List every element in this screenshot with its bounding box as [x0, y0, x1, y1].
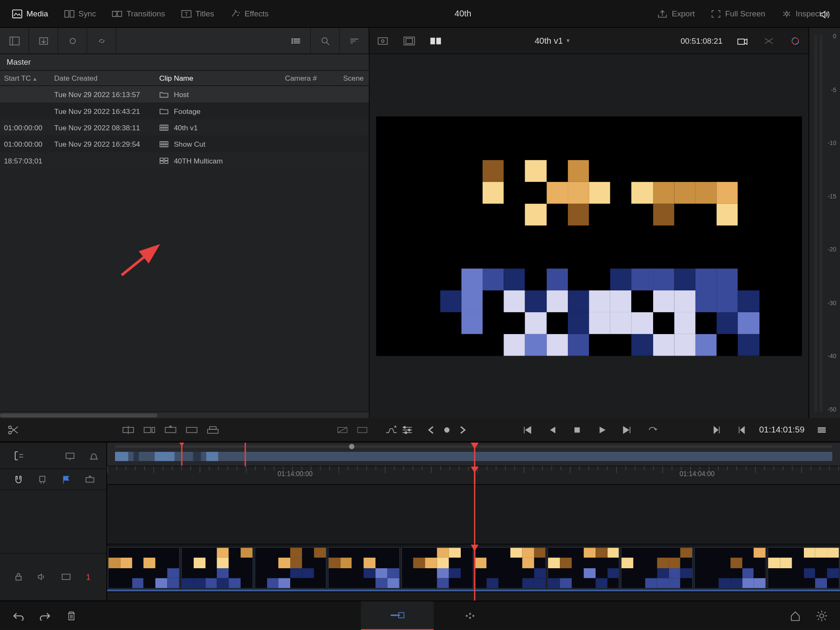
smart-insert-icon: [122, 425, 135, 434]
ripple-overwrite-button[interactable]: [163, 422, 178, 438]
page-edit[interactable]: [433, 601, 506, 630]
col-clip-name[interactable]: Clip Name: [155, 74, 281, 82]
viewer-clip-name[interactable]: 40th v1 ▼: [535, 36, 571, 46]
video-only-button[interactable]: [62, 448, 78, 464]
timeline-menu-button[interactable]: [814, 422, 830, 438]
sync-circle-icon: [67, 36, 78, 45]
settings-button[interactable]: [814, 608, 830, 624]
viewer-canvas[interactable]: [370, 54, 808, 418]
video-track-button[interactable]: [58, 569, 74, 585]
tab-media[interactable]: Media: [5, 5, 55, 22]
cut-button[interactable]: [354, 422, 370, 438]
media-row[interactable]: 01:00:00:00 Tue Nov 29 2022 16:29:54 Sho…: [0, 136, 369, 152]
timeline: 1: [0, 442, 840, 601]
blade-tool[interactable]: [5, 422, 21, 438]
page-cut[interactable]: [361, 601, 433, 630]
record-timecode[interactable]: 01:14:01:59: [759, 425, 804, 435]
video-track-area[interactable]: [107, 485, 840, 545]
viewer-mode-icon: [430, 36, 441, 45]
home-button[interactable]: [788, 608, 803, 624]
closeup-icon: [185, 425, 198, 434]
flag-icon: [61, 474, 71, 484]
tab-transitions[interactable]: Transitions: [105, 5, 172, 22]
search-button[interactable]: [311, 27, 340, 54]
trim-mode-button[interactable]: [10, 448, 26, 464]
snap-button[interactable]: [10, 471, 26, 487]
next-edit-button[interactable]: [709, 422, 725, 438]
svg-line-19: [326, 42, 329, 45]
audio-track-button[interactable]: [34, 569, 50, 585]
media-row[interactable]: Tue Nov 29 2022 16:43:21 Footage: [0, 103, 369, 119]
tab-titles[interactable]: T Titles: [174, 5, 221, 22]
step-back-icon: [548, 425, 557, 434]
prev-edit-button[interactable]: [734, 422, 750, 438]
append-button[interactable]: [142, 422, 158, 438]
col-date-created[interactable]: Date Created: [50, 74, 155, 82]
media-row[interactable]: 01:00:00:00 Tue Nov 29 2022 08:38:11 40t…: [0, 119, 369, 135]
sidebar-toggle-button[interactable]: [0, 27, 29, 54]
timeline-options-button[interactable]: [399, 422, 415, 438]
color-button[interactable]: [782, 27, 808, 54]
mute-button[interactable]: [809, 1, 840, 28]
timeline-main[interactable]: 01:14:00:00 01:14:04:00: [107, 443, 840, 601]
bin-path[interactable]: Master: [0, 54, 369, 70]
timeline-icon: [159, 140, 168, 147]
export-button[interactable]: Export: [651, 5, 701, 22]
loop-icon: [647, 425, 659, 434]
smart-insert-button[interactable]: [120, 422, 136, 438]
sync-button[interactable]: [58, 27, 87, 54]
horizontal-scrollbar[interactable]: [0, 411, 369, 418]
step-back-button[interactable]: [544, 422, 560, 438]
audio-only-button[interactable]: [86, 448, 102, 464]
source-timecode[interactable]: 00:51:08:21: [656, 36, 729, 45]
go-start-button[interactable]: [519, 422, 535, 438]
redo-button[interactable]: [37, 608, 53, 624]
track-header[interactable]: 1: [0, 553, 106, 601]
search-icon: [320, 36, 330, 45]
svg-point-16: [291, 40, 292, 41]
play-button[interactable]: [594, 422, 610, 438]
col-camera[interactable]: Camera #: [281, 74, 339, 82]
boring-detector-button[interactable]: [383, 422, 399, 438]
svg-rect-51: [144, 427, 151, 432]
add-track-button[interactable]: [82, 471, 98, 487]
col-scene[interactable]: Scene: [339, 74, 369, 82]
marker-button[interactable]: [34, 471, 50, 487]
sort-button[interactable]: [340, 27, 369, 54]
media-row[interactable]: Tue Nov 29 2022 16:13:57 Host: [0, 86, 369, 103]
undo-icon: [13, 611, 24, 620]
dissolve-button[interactable]: [334, 422, 350, 438]
loop-button[interactable]: [645, 422, 661, 438]
add-marker-button[interactable]: [439, 422, 455, 438]
go-end-button[interactable]: [620, 422, 635, 438]
titles-icon: T: [181, 9, 192, 18]
clip-track[interactable]: [107, 544, 840, 592]
stop-button[interactable]: [569, 422, 585, 438]
next-marker-button[interactable]: [455, 422, 471, 438]
tab-sync[interactable]: Sync: [57, 5, 102, 22]
timeline-ruler[interactable]: 01:14:00:00 01:14:04:00: [107, 467, 840, 485]
svg-point-64: [408, 428, 410, 431]
delete-button[interactable]: [63, 608, 79, 624]
undo-button[interactable]: [10, 608, 26, 624]
close-up-button[interactable]: [184, 422, 200, 438]
col-start-tc[interactable]: Start TC▲: [0, 74, 50, 82]
viewer-mode-button[interactable]: [423, 27, 449, 54]
import-media-button[interactable]: [29, 27, 58, 54]
svg-rect-55: [207, 429, 218, 433]
guides-button[interactable]: [370, 27, 396, 54]
camera-button[interactable]: [729, 27, 756, 54]
list-view-button[interactable]: [282, 27, 311, 54]
prev-marker-button[interactable]: [423, 422, 439, 438]
media-row[interactable]: 18:57:03;01 40TH Multicam: [0, 152, 369, 169]
place-on-top-button[interactable]: [205, 422, 221, 438]
lock-track-button[interactable]: [10, 569, 26, 585]
tab-label: Titles: [195, 9, 214, 18]
flag-button[interactable]: [58, 471, 74, 487]
relink-button[interactable]: [87, 27, 116, 54]
tools-button[interactable]: [756, 27, 782, 54]
tab-effects[interactable]: Effects: [223, 5, 276, 22]
fullscreen-button[interactable]: Full Screen: [704, 5, 772, 22]
prev-edit-icon: [738, 425, 747, 434]
safe-area-button[interactable]: [396, 27, 423, 54]
